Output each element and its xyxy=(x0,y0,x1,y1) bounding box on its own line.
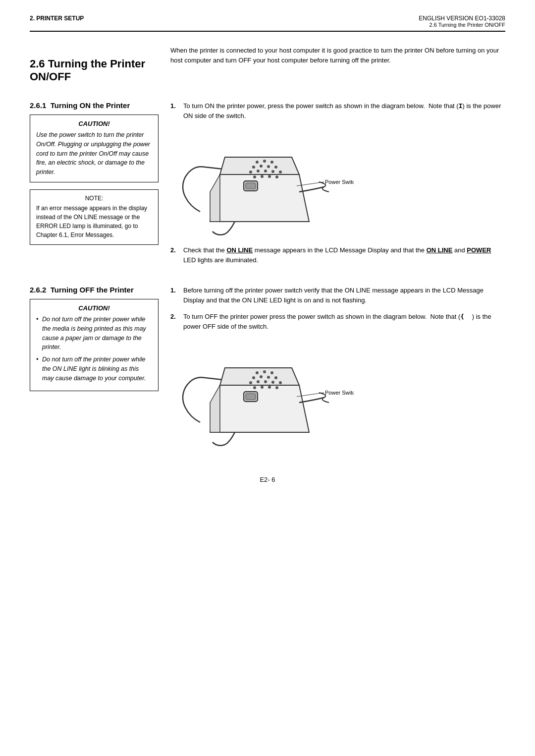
step-text-262-2: To turn OFF the printer power press the … xyxy=(183,312,505,331)
svg-point-17 xyxy=(268,175,271,178)
svg-point-6 xyxy=(252,166,255,169)
svg-point-35 xyxy=(271,381,274,384)
step-262-2: 2. To turn OFF the printer power press t… xyxy=(170,312,505,331)
section-intro-text: When the printer is connected to your ho… xyxy=(170,46,505,65)
header-version: ENGLISH VERSION EO1-33028 xyxy=(419,15,505,22)
note-box-261: NOTE: If an error message appears in the… xyxy=(30,189,159,245)
section-title: 2.6 Turning the Printer ON/OFF xyxy=(30,58,159,83)
svg-point-27 xyxy=(270,371,273,374)
svg-point-34 xyxy=(264,380,267,383)
svg-point-11 xyxy=(257,170,260,173)
svg-point-30 xyxy=(267,376,270,379)
page: 2. PRINTER SETUP ENGLISH VERSION EO1-330… xyxy=(0,0,535,756)
subsec-261-left: 2.6.1 Turning ON the Printer CAUTION! Us… xyxy=(30,101,159,272)
svg-marker-2 xyxy=(210,174,220,222)
svg-rect-42 xyxy=(246,394,256,400)
power-switch-label-262: Power Switch xyxy=(325,390,354,396)
svg-point-39 xyxy=(268,386,271,389)
svg-point-13 xyxy=(271,170,274,173)
subsec-262-title: 2.6.2 Turning OFF the Printer xyxy=(30,286,159,294)
svg-rect-20 xyxy=(246,183,256,189)
svg-point-40 xyxy=(275,386,278,389)
caution-title-261: CAUTION! xyxy=(36,120,152,127)
svg-point-9 xyxy=(274,166,277,169)
step-261-2: 2. Check that the ON LINE message appear… xyxy=(170,245,505,265)
subsec-261-title: 2.6.1 Turning ON the Printer xyxy=(30,101,159,110)
section-intro: When the printer is connected to your ho… xyxy=(170,46,505,73)
step-num-262-2: 2. xyxy=(170,312,179,331)
printer-svg-262: Power Switch xyxy=(170,338,354,447)
svg-point-32 xyxy=(249,381,252,384)
svg-point-28 xyxy=(252,376,255,379)
svg-point-4 xyxy=(263,160,266,163)
svg-marker-23 xyxy=(220,368,299,385)
svg-marker-1 xyxy=(220,157,299,174)
subsec-262-left: 2.6.2 Turning OFF the Printer CAUTION! D… xyxy=(30,286,159,456)
note-title-261: NOTE: xyxy=(36,195,152,202)
svg-point-26 xyxy=(263,370,266,373)
caution-item-262-1: Do not turn off the printer power while … xyxy=(36,315,152,352)
subsection-262: 2.6.2 Turning OFF the Printer CAUTION! D… xyxy=(30,286,505,456)
svg-point-31 xyxy=(274,376,277,379)
svg-point-14 xyxy=(279,171,282,174)
svg-point-8 xyxy=(267,165,270,168)
step-text-261-1: To turn ON the printer power, press the … xyxy=(183,101,505,120)
page-header: 2. PRINTER SETUP ENGLISH VERSION EO1-330… xyxy=(30,15,505,32)
section-title-block: 2.6 Turning the Printer ON/OFF xyxy=(30,46,159,91)
caution-box-262: CAUTION! Do not turn off the printer pow… xyxy=(30,299,159,391)
step-num-261-2: 2. xyxy=(170,245,179,265)
svg-point-38 xyxy=(261,386,264,389)
svg-point-16 xyxy=(261,175,264,178)
svg-point-15 xyxy=(253,175,256,178)
printer-svg-261: Power Switch xyxy=(170,127,354,236)
diagram-261: Power Switch xyxy=(170,127,505,236)
page-number: E2- 6 xyxy=(260,476,275,483)
step-text-262-1: Before turning off the printer power swi… xyxy=(183,286,505,305)
caution-box-261: CAUTION! Use the power switch to turn th… xyxy=(30,115,159,182)
svg-point-10 xyxy=(249,171,252,174)
caution-list-262: Do not turn off the printer power while … xyxy=(36,315,152,383)
step-261-1: 1. To turn ON the printer power, press t… xyxy=(170,101,505,120)
subsection-261: 2.6.1 Turning ON the Printer CAUTION! Us… xyxy=(30,101,505,272)
svg-marker-0 xyxy=(210,174,309,222)
header-section: 2. PRINTER SETUP xyxy=(30,15,84,22)
header-subtitle: 2.6 Turning the Printer ON/OFF xyxy=(419,22,505,28)
svg-point-33 xyxy=(257,380,260,383)
svg-point-37 xyxy=(253,386,256,389)
step-num-262-1: 1. xyxy=(170,286,179,305)
page-footer: E2- 6 xyxy=(30,476,505,483)
svg-point-36 xyxy=(279,381,282,384)
step-text-261-2: Check that the ON LINE message appears i… xyxy=(183,245,505,265)
step-num-261-1: 1. xyxy=(170,101,179,120)
svg-marker-22 xyxy=(210,385,309,432)
subsec-262-right: 1. Before turning off the printer power … xyxy=(170,286,505,456)
step-262-1: 1. Before turning off the printer power … xyxy=(170,286,505,305)
svg-point-7 xyxy=(260,165,263,168)
diagram-262: Power Switch xyxy=(170,338,505,447)
subsec-261-right: 1. To turn ON the printer power, press t… xyxy=(170,101,505,272)
svg-point-18 xyxy=(275,175,278,178)
svg-point-3 xyxy=(256,161,259,164)
svg-marker-24 xyxy=(210,385,220,432)
caution-item-262-2: Do not turn off the printer power while … xyxy=(36,355,152,383)
caution-text-261: Use the power switch to turn the printer… xyxy=(36,130,152,177)
svg-point-5 xyxy=(270,161,273,164)
svg-point-25 xyxy=(256,371,259,374)
note-text-261: If an error message appears in the displ… xyxy=(36,204,152,239)
caution-title-262: CAUTION! xyxy=(36,304,152,312)
svg-point-12 xyxy=(264,170,267,173)
header-right: ENGLISH VERSION EO1-33028 2.6 Turning th… xyxy=(419,15,505,28)
power-switch-label-261: Power Switch xyxy=(325,179,354,185)
svg-point-29 xyxy=(260,375,263,378)
